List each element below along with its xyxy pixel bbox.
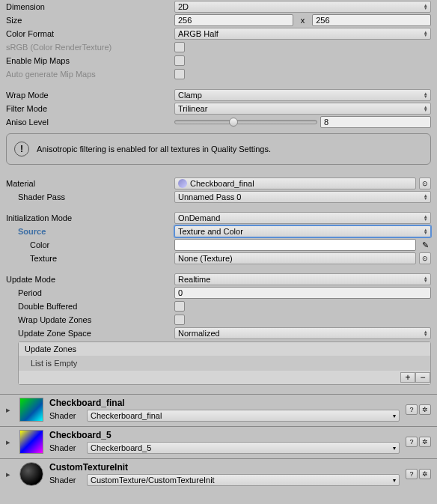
- dropdown-arrows-icon: ▴▾: [424, 330, 427, 336]
- init-mode-label: Initialization Mode: [6, 213, 174, 222]
- dropdown-arrows-icon: ▴▾: [424, 4, 427, 10]
- dimension-value: 2D: [178, 2, 189, 11]
- material-section: ▸ CustomTextureInit Shader CustomTexture…: [0, 458, 437, 491]
- update-mode-dropdown[interactable]: Realtime▴▾: [174, 273, 431, 285]
- help-button[interactable]: ?: [406, 404, 418, 415]
- period-input[interactable]: [174, 287, 431, 299]
- auto-mip-checkbox: [174, 69, 185, 79]
- aniso-slider[interactable]: [174, 120, 317, 124]
- filter-mode-label: Filter Mode: [6, 104, 174, 113]
- info-icon: !: [14, 142, 29, 157]
- update-zones-box: Update Zones List is Empty + −: [18, 341, 431, 385]
- size-x-label: x: [296, 16, 310, 25]
- info-text: Anisotropic filtering is enabled for all…: [37, 145, 271, 154]
- dropdown-arrows-icon: ▴▾: [424, 215, 427, 221]
- material-field[interactable]: Checkboard_final: [174, 177, 416, 189]
- wrap-mode-value: Clamp: [178, 91, 202, 100]
- eyedropper-button[interactable]: ✎: [419, 239, 431, 251]
- texture-field[interactable]: None (Texture): [174, 252, 416, 264]
- shader-value: CustomTexture/CustomTextureInit: [91, 476, 215, 485]
- material-name: Checkboard_final: [49, 398, 400, 408]
- shader-dropdown[interactable]: CustomTexture/CustomTextureInit▾: [87, 474, 400, 486]
- auto-mip-label: Auto generate Mip Maps: [6, 70, 174, 79]
- uz-space-label: Update Zone Space: [6, 329, 174, 338]
- help-button[interactable]: ?: [406, 437, 418, 447]
- settings-gear-button[interactable]: ✲: [419, 469, 431, 479]
- shader-label: Shader: [49, 476, 82, 485]
- info-box: ! Anisotropic filtering is enabled for a…: [6, 133, 431, 165]
- texture-value: None (Texture): [178, 254, 233, 263]
- wrap-uz-checkbox[interactable]: [174, 315, 185, 325]
- shader-pass-label: Shader Pass: [6, 192, 174, 201]
- foldout-icon[interactable]: ▸: [6, 405, 13, 415]
- shader-value: Checkerboard_final: [91, 411, 162, 420]
- dropdown-arrows-icon: ▴▾: [424, 92, 427, 98]
- slider-thumb[interactable]: [229, 118, 238, 127]
- settings-gear-button[interactable]: ✲: [419, 404, 431, 415]
- dimension-dropdown[interactable]: 2D▴▾: [174, 1, 431, 13]
- update-mode-label: Update Mode: [6, 275, 174, 284]
- color-format-value: ARGB Half: [178, 29, 218, 38]
- update-zones-header[interactable]: Update Zones: [19, 342, 430, 356]
- aniso-label: Aniso Level: [6, 118, 174, 127]
- dimension-label: Dimension: [6, 2, 174, 11]
- shader-dropdown[interactable]: Checkerboard_5▾: [87, 442, 400, 454]
- dropdown-arrows-icon: ▴▾: [424, 276, 427, 282]
- material-icon: [178, 179, 187, 188]
- shader-label: Shader: [49, 443, 82, 452]
- init-mode-value: OnDemand: [178, 213, 220, 222]
- material-section: ▸ Checkboard_final Shader Checkerboard_f…: [0, 394, 437, 426]
- init-mode-dropdown[interactable]: OnDemand▴▾: [174, 212, 431, 224]
- uz-remove-button[interactable]: −: [415, 372, 430, 383]
- uz-space-dropdown[interactable]: Normalized▴▾: [174, 327, 431, 339]
- help-button[interactable]: ?: [406, 469, 418, 479]
- shader-dropdown[interactable]: Checkerboard_final▾: [87, 410, 400, 422]
- material-label: Material: [6, 179, 174, 188]
- uz-space-value: Normalized: [178, 329, 220, 338]
- update-mode-value: Realtime: [178, 275, 210, 284]
- filter-mode-value: Trilinear: [178, 104, 207, 113]
- period-label: Period: [6, 288, 174, 297]
- texture-label: Texture: [6, 254, 174, 263]
- dropdown-arrows-icon: ▴▾: [424, 194, 427, 200]
- dropdown-arrows-icon: ▴▾: [424, 106, 427, 112]
- double-buffered-label: Double Buffered: [6, 302, 174, 311]
- size-width-input[interactable]: [174, 14, 293, 26]
- settings-gear-button[interactable]: ✲: [419, 437, 431, 447]
- srgb-checkbox: [174, 42, 185, 52]
- wrap-mode-label: Wrap Mode: [6, 91, 174, 100]
- material-thumbnail: [19, 398, 43, 422]
- material-thumbnail: [19, 462, 43, 486]
- dropdown-arrows-icon: ▴▾: [424, 228, 427, 234]
- color-format-dropdown[interactable]: ARGB Half▴▾: [174, 28, 431, 40]
- srgb-label: sRGB (Color RenderTexture): [6, 43, 174, 52]
- foldout-icon[interactable]: ▸: [6, 470, 13, 479]
- shader-label: Shader: [49, 411, 82, 420]
- color-label: Color: [6, 240, 174, 249]
- shader-pass-dropdown[interactable]: Unnamed Pass 0▴▾: [174, 191, 431, 203]
- shader-pass-value: Unnamed Pass 0: [178, 192, 241, 201]
- foldout-icon[interactable]: ▸: [6, 437, 13, 447]
- uz-add-button[interactable]: +: [400, 372, 415, 383]
- color-field[interactable]: [174, 239, 416, 251]
- source-value: Texture and Color: [178, 227, 243, 236]
- material-value: Checkboard_final: [190, 179, 254, 188]
- texture-picker-button[interactable]: ⊙: [419, 252, 431, 264]
- dropdown-arrows-icon: ▴▾: [424, 31, 427, 37]
- shader-value: Checkerboard_5: [91, 443, 151, 452]
- material-name: CustomTextureInit: [49, 462, 400, 473]
- material-thumbnail: [19, 430, 43, 454]
- material-picker-button[interactable]: ⊙: [419, 177, 431, 189]
- wrap-mode-dropdown[interactable]: Clamp▴▾: [174, 89, 431, 101]
- aniso-value-input[interactable]: [320, 116, 431, 128]
- double-buffered-checkbox[interactable]: [174, 301, 185, 312]
- enable-mip-label: Enable Mip Maps: [6, 56, 174, 65]
- size-label: Size: [6, 16, 174, 25]
- enable-mip-checkbox[interactable]: [174, 55, 185, 66]
- color-format-label: Color Format: [6, 29, 174, 38]
- source-dropdown[interactable]: Texture and Color▴▾: [174, 225, 431, 237]
- filter-mode-dropdown[interactable]: Trilinear▴▾: [174, 103, 431, 115]
- size-height-input[interactable]: [312, 14, 431, 26]
- update-zones-empty: List is Empty: [19, 356, 430, 371]
- material-section: ▸ Checkboard_5 Shader Checkerboard_5▾ ? …: [0, 426, 437, 458]
